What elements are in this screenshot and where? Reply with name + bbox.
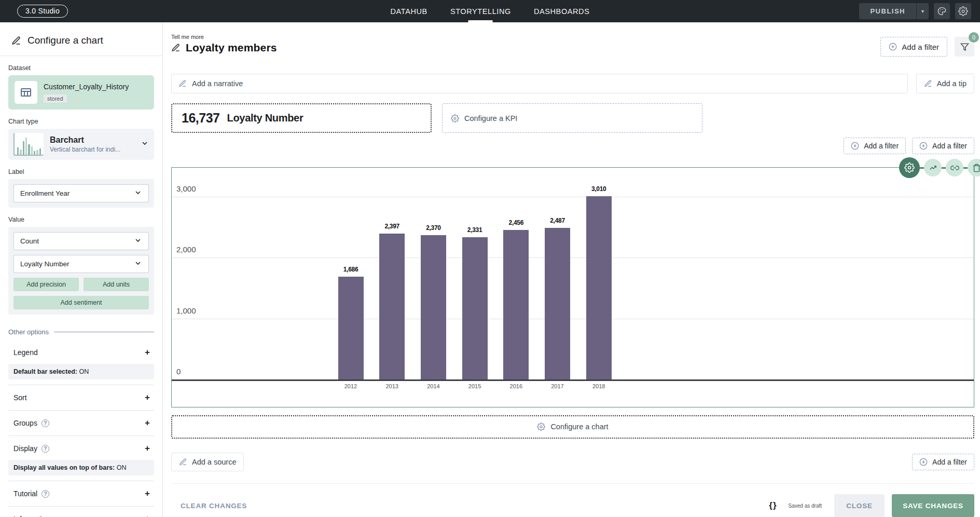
x-axis-tick-label: 2016	[495, 383, 537, 389]
option-information[interactable]: Information +	[8, 508, 154, 517]
plus-icon: +	[145, 392, 150, 403]
add-source-button[interactable]: Add a source	[171, 453, 244, 471]
chart-action-buttons	[899, 157, 980, 178]
bar-2015[interactable]	[462, 237, 488, 379]
chevron-down-icon	[134, 236, 142, 246]
y-axis-tick-label: 0	[176, 367, 181, 376]
top-navigation-bar: 3.0 Studio DATAHUB STORYTELLING DASHBOAR…	[0, 0, 980, 22]
bar-2018[interactable]	[586, 196, 612, 379]
chevron-down-icon	[141, 139, 149, 149]
bar-value-label: 2,397	[371, 223, 413, 230]
link-icon	[950, 164, 959, 172]
kpi-card[interactable]: 16,737 Loyalty Number	[171, 103, 432, 133]
delete-chart-button[interactable]	[968, 159, 980, 176]
divider	[8, 410, 154, 411]
kpi-value: 16,737	[182, 111, 219, 126]
chart-type-description: Vertical barchart for indi...	[50, 146, 120, 153]
app-logo[interactable]: 3.0 Studio	[17, 5, 68, 18]
line-chart-icon	[929, 164, 937, 172]
plus-icon: +	[145, 514, 150, 517]
filters-panel-button[interactable]: 0	[955, 37, 974, 57]
dataset-stored-badge: stored	[44, 94, 67, 103]
chart-settings-button[interactable]	[899, 157, 920, 178]
chart-type-selector[interactable]: Barchart Vertical barchart for indi...	[8, 129, 154, 160]
bar-value-label: 2,456	[495, 219, 537, 226]
gear-icon	[451, 114, 459, 123]
barchart-thumbnail-icon	[13, 133, 44, 156]
label-field-select[interactable]: Enrollment Year	[13, 184, 149, 202]
gridline	[172, 319, 974, 319]
tab-datahub[interactable]: DATAHUB	[391, 0, 427, 22]
divider	[8, 506, 154, 507]
bar-chart-container: 01,0002,0003,0001,68620122,39720132,3702…	[171, 167, 974, 407]
gear-icon	[904, 162, 915, 173]
close-button[interactable]: CLOSE	[834, 494, 885, 517]
story-editor-main: Tell me more Loyalty members Add a filte…	[163, 22, 980, 517]
bar-2012[interactable]	[338, 277, 364, 379]
palette-icon	[937, 6, 947, 16]
configure-kpi-button[interactable]: Configure a KPI	[442, 103, 702, 133]
add-sentiment-button[interactable]: Add sentiment	[13, 296, 149, 309]
plus-icon: +	[145, 347, 150, 358]
plus-circle-icon	[919, 142, 928, 150]
nav-tabs: DATAHUB STORYTELLING DASHBOARDS	[391, 0, 590, 22]
bar-2017[interactable]	[545, 228, 570, 379]
y-axis-tick-label: 3,000	[176, 184, 196, 193]
add-filter-button-bottom[interactable]: Add a filter	[912, 454, 974, 470]
configure-chart-sidebar: Configure a chart Dataset Customer_Loyal…	[0, 22, 163, 517]
help-icon[interactable]: ?	[42, 445, 49, 453]
chart-type-section-label: Chart type	[8, 118, 154, 125]
link-chart-button[interactable]	[946, 159, 963, 176]
help-icon[interactable]: ?	[42, 419, 49, 427]
add-narrative-input[interactable]: Add a narrative	[171, 74, 908, 93]
chevron-down-icon	[134, 188, 142, 198]
bar-2013[interactable]	[379, 234, 405, 379]
sidebar-title: Configure a chart	[27, 35, 103, 46]
dataset-section-label: Dataset	[8, 64, 154, 72]
option-tutorial[interactable]: Tutorial? +	[8, 482, 154, 505]
pencil-icon	[924, 79, 932, 88]
code-braces-icon[interactable]: {}	[769, 500, 777, 511]
publish-button[interactable]: PUBLISH	[859, 7, 916, 15]
settings-button[interactable]	[955, 3, 971, 19]
x-axis-line	[172, 379, 974, 381]
option-legend[interactable]: Legend +	[8, 341, 154, 364]
plus-circle-icon	[889, 43, 897, 51]
value-field-select[interactable]: Loyalty Number	[13, 255, 149, 273]
help-icon[interactable]: ?	[42, 490, 49, 498]
add-precision-button[interactable]: Add precision	[13, 278, 79, 291]
bar-value-label: 1,686	[330, 266, 371, 273]
edit-title-pencil-icon[interactable]	[171, 43, 181, 52]
add-filter-button-top[interactable]: Add a filter	[880, 37, 947, 57]
gear-icon	[537, 423, 545, 431]
bar-2014[interactable]	[421, 235, 446, 379]
option-display[interactable]: Display? +	[8, 437, 154, 460]
aggregation-select[interactable]: Count	[13, 232, 149, 250]
publish-dropdown-caret[interactable]: ▾	[916, 3, 929, 19]
tab-storytelling[interactable]: STORYTELLING	[450, 0, 511, 22]
bar-2016[interactable]	[503, 230, 529, 379]
editor-footer-bar: CLEAR CHANGES {} Saved as draft CLOSE SA…	[171, 483, 974, 517]
option-groups[interactable]: Groups? +	[8, 412, 154, 434]
bar-value-label: 2,331	[454, 226, 495, 234]
save-changes-button[interactable]: SAVE CHANGES	[892, 494, 974, 517]
add-units-button[interactable]: Add units	[84, 278, 149, 291]
x-axis-tick-label: 2015	[454, 383, 495, 389]
option-sort[interactable]: Sort +	[8, 386, 154, 409]
dataset-card[interactable]: Customer_Loyalty_History stored	[8, 75, 154, 110]
theme-palette-button[interactable]	[934, 3, 950, 19]
bar-value-label: 2,370	[412, 224, 454, 232]
change-chart-type-button[interactable]	[924, 159, 942, 176]
publish-button-group: PUBLISH ▾	[859, 3, 929, 19]
configure-chart-button[interactable]: Configure a chart	[171, 415, 974, 439]
x-axis-tick-label: 2018	[578, 383, 619, 389]
add-filter-button-chart-1[interactable]: Add a filter	[844, 138, 906, 154]
tab-dashboards[interactable]: DASHBOARDS	[534, 0, 590, 22]
clear-changes-button[interactable]: CLEAR CHANGES	[181, 502, 247, 510]
plus-icon: +	[145, 443, 150, 454]
add-filter-button-chart-2[interactable]: Add a filter	[912, 138, 974, 154]
gridline	[172, 197, 974, 197]
display-note: Display all values on top of bars: ON	[8, 460, 154, 475]
add-tip-button[interactable]: Add a tip	[916, 74, 974, 93]
y-axis-tick-label: 1,000	[176, 306, 196, 315]
